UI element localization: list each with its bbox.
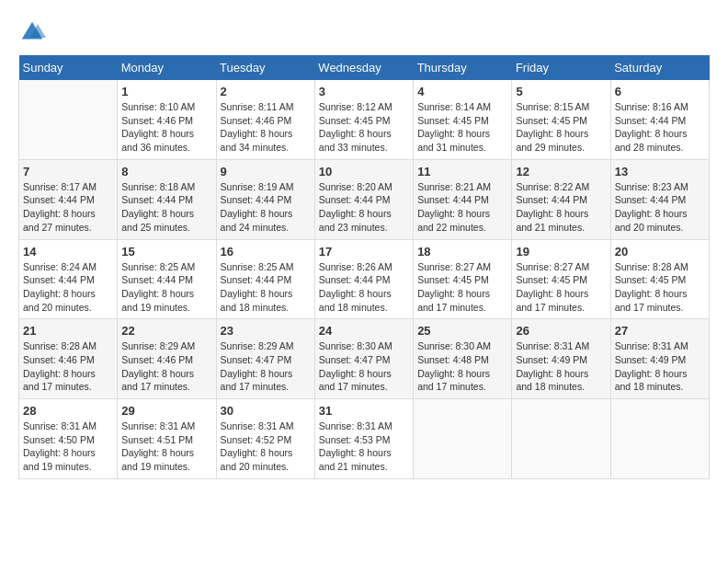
day-number: 27: [615, 324, 705, 338]
header-thursday: Thursday: [414, 55, 512, 80]
day-info: Sunrise: 8:25 AM Sunset: 4:44 PM Dayligh…: [121, 260, 211, 315]
day-number: 4: [417, 85, 507, 98]
day-number: 3: [319, 85, 409, 98]
calendar-cell: 1Sunrise: 8:10 AM Sunset: 4:46 PM Daylig…: [118, 80, 216, 159]
calendar-cell: 18Sunrise: 8:27 AM Sunset: 4:45 PM Dayli…: [414, 239, 512, 319]
day-number: 12: [516, 165, 606, 178]
day-info: Sunrise: 8:23 AM Sunset: 4:44 PM Dayligh…: [615, 180, 705, 235]
calendar-cell: 22Sunrise: 8:29 AM Sunset: 4:46 PM Dayli…: [118, 319, 216, 399]
calendar-cell: 14Sunrise: 8:24 AM Sunset: 4:44 PM Dayli…: [19, 239, 118, 319]
day-info: Sunrise: 8:22 AM Sunset: 4:44 PM Dayligh…: [516, 180, 606, 235]
calendar-cell: 20Sunrise: 8:28 AM Sunset: 4:45 PM Dayli…: [610, 239, 709, 319]
day-info: Sunrise: 8:20 AM Sunset: 4:44 PM Dayligh…: [319, 180, 409, 235]
calendar-cell: 15Sunrise: 8:25 AM Sunset: 4:44 PM Dayli…: [118, 239, 216, 319]
day-number: 8: [121, 165, 211, 178]
day-number: 29: [121, 404, 211, 418]
day-number: 5: [516, 85, 606, 98]
calendar-cell: [512, 399, 610, 479]
calendar-cell: 28Sunrise: 8:31 AM Sunset: 4:50 PM Dayli…: [19, 399, 118, 479]
day-number: 9: [221, 165, 311, 178]
day-info: Sunrise: 8:31 AM Sunset: 4:50 PM Dayligh…: [23, 419, 113, 474]
calendar-cell: 23Sunrise: 8:29 AM Sunset: 4:47 PM Dayli…: [216, 319, 314, 399]
day-number: 15: [121, 245, 211, 259]
header-tuesday: Tuesday: [216, 55, 314, 80]
calendar-cell: [414, 399, 512, 479]
calendar-cell: 5Sunrise: 8:15 AM Sunset: 4:45 PM Daylig…: [512, 80, 610, 159]
calendar-cell: 24Sunrise: 8:30 AM Sunset: 4:47 PM Dayli…: [314, 319, 413, 399]
calendar-cell: 6Sunrise: 8:16 AM Sunset: 4:44 PM Daylig…: [610, 80, 709, 159]
day-number: 26: [516, 324, 606, 338]
calendar-cell: 13Sunrise: 8:23 AM Sunset: 4:44 PM Dayli…: [610, 159, 709, 239]
calendar-table: SundayMondayTuesdayWednesdayThursdayFrid…: [18, 55, 710, 479]
day-info: Sunrise: 8:31 AM Sunset: 4:49 PM Dayligh…: [615, 339, 705, 394]
calendar-cell: 11Sunrise: 8:21 AM Sunset: 4:44 PM Dayli…: [414, 159, 512, 239]
header-sunday: Sunday: [19, 55, 118, 80]
day-info: Sunrise: 8:29 AM Sunset: 4:46 PM Dayligh…: [121, 339, 211, 394]
calendar-header-row: SundayMondayTuesdayWednesdayThursdayFrid…: [19, 55, 710, 80]
day-info: Sunrise: 8:19 AM Sunset: 4:44 PM Dayligh…: [221, 180, 311, 235]
header-friday: Friday: [512, 55, 610, 80]
day-number: 16: [221, 245, 311, 259]
calendar-cell: 9Sunrise: 8:19 AM Sunset: 4:44 PM Daylig…: [216, 159, 314, 239]
day-info: Sunrise: 8:28 AM Sunset: 4:45 PM Dayligh…: [615, 260, 705, 315]
day-number: 22: [121, 324, 211, 338]
calendar-cell: 27Sunrise: 8:31 AM Sunset: 4:49 PM Dayli…: [610, 319, 709, 399]
day-info: Sunrise: 8:11 AM Sunset: 4:46 PM Dayligh…: [221, 100, 311, 155]
day-info: Sunrise: 8:12 AM Sunset: 4:45 PM Dayligh…: [319, 100, 409, 155]
day-info: Sunrise: 8:15 AM Sunset: 4:45 PM Dayligh…: [516, 100, 606, 155]
calendar-cell: 3Sunrise: 8:12 AM Sunset: 4:45 PM Daylig…: [314, 80, 413, 159]
day-info: Sunrise: 8:25 AM Sunset: 4:44 PM Dayligh…: [221, 260, 311, 315]
day-number: 20: [615, 245, 705, 259]
day-info: Sunrise: 8:17 AM Sunset: 4:44 PM Dayligh…: [23, 180, 113, 235]
day-info: Sunrise: 8:24 AM Sunset: 4:44 PM Dayligh…: [23, 260, 113, 315]
day-info: Sunrise: 8:28 AM Sunset: 4:46 PM Dayligh…: [23, 339, 113, 394]
header-monday: Monday: [118, 55, 216, 80]
calendar-week-row: 21Sunrise: 8:28 AM Sunset: 4:46 PM Dayli…: [19, 319, 710, 399]
day-info: Sunrise: 8:26 AM Sunset: 4:44 PM Dayligh…: [319, 260, 409, 315]
day-number: 17: [319, 245, 409, 259]
day-info: Sunrise: 8:27 AM Sunset: 4:45 PM Dayligh…: [417, 260, 507, 315]
day-info: Sunrise: 8:30 AM Sunset: 4:47 PM Dayligh…: [319, 339, 409, 394]
day-info: Sunrise: 8:31 AM Sunset: 4:52 PM Dayligh…: [221, 419, 311, 474]
day-number: 10: [319, 165, 409, 178]
day-number: 6: [615, 85, 705, 98]
calendar-cell: [610, 399, 709, 479]
day-number: 14: [23, 245, 113, 259]
calendar-cell: 25Sunrise: 8:30 AM Sunset: 4:48 PM Dayli…: [414, 319, 512, 399]
calendar-week-row: 28Sunrise: 8:31 AM Sunset: 4:50 PM Dayli…: [19, 399, 710, 479]
calendar-cell: 4Sunrise: 8:14 AM Sunset: 4:45 PM Daylig…: [414, 80, 512, 159]
logo: [18, 18, 50, 46]
day-number: 23: [221, 324, 311, 338]
day-number: 18: [417, 245, 507, 259]
day-info: Sunrise: 8:29 AM Sunset: 4:47 PM Dayligh…: [221, 339, 311, 394]
day-info: Sunrise: 8:31 AM Sunset: 4:49 PM Dayligh…: [516, 339, 606, 394]
day-info: Sunrise: 8:21 AM Sunset: 4:44 PM Dayligh…: [417, 180, 507, 235]
day-number: 28: [23, 404, 113, 418]
header-saturday: Saturday: [610, 55, 709, 80]
day-number: 2: [221, 85, 311, 98]
day-number: 11: [417, 165, 507, 178]
day-info: Sunrise: 8:18 AM Sunset: 4:44 PM Dayligh…: [121, 180, 211, 235]
day-number: 21: [23, 324, 113, 338]
calendar-week-row: 1Sunrise: 8:10 AM Sunset: 4:46 PM Daylig…: [19, 80, 710, 159]
calendar-cell: 29Sunrise: 8:31 AM Sunset: 4:51 PM Dayli…: [118, 399, 216, 479]
calendar-cell: 12Sunrise: 8:22 AM Sunset: 4:44 PM Dayli…: [512, 159, 610, 239]
day-info: Sunrise: 8:30 AM Sunset: 4:48 PM Dayligh…: [417, 339, 507, 394]
day-number: 31: [319, 404, 409, 418]
calendar-week-row: 14Sunrise: 8:24 AM Sunset: 4:44 PM Dayli…: [19, 239, 710, 319]
day-info: Sunrise: 8:31 AM Sunset: 4:51 PM Dayligh…: [121, 419, 211, 474]
calendar-cell: 17Sunrise: 8:26 AM Sunset: 4:44 PM Dayli…: [314, 239, 413, 319]
day-number: 24: [319, 324, 409, 338]
day-info: Sunrise: 8:16 AM Sunset: 4:44 PM Dayligh…: [615, 100, 705, 155]
calendar-cell: 26Sunrise: 8:31 AM Sunset: 4:49 PM Dayli…: [512, 319, 610, 399]
day-number: 25: [417, 324, 507, 338]
day-info: Sunrise: 8:27 AM Sunset: 4:45 PM Dayligh…: [516, 260, 606, 315]
day-number: 30: [221, 404, 311, 418]
day-number: 7: [23, 165, 113, 178]
calendar-cell: 2Sunrise: 8:11 AM Sunset: 4:46 PM Daylig…: [216, 80, 314, 159]
day-number: 13: [615, 165, 705, 178]
calendar-cell: 19Sunrise: 8:27 AM Sunset: 4:45 PM Dayli…: [512, 239, 610, 319]
calendar-cell: 10Sunrise: 8:20 AM Sunset: 4:44 PM Dayli…: [314, 159, 413, 239]
logo-icon: [18, 18, 46, 46]
calendar-cell: 21Sunrise: 8:28 AM Sunset: 4:46 PM Dayli…: [19, 319, 118, 399]
